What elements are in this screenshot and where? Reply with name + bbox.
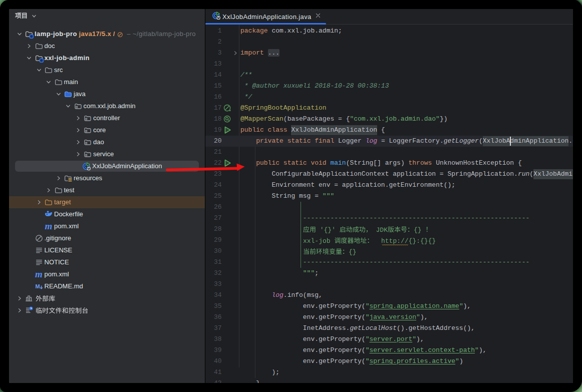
svg-text:M: M bbox=[35, 283, 40, 289]
